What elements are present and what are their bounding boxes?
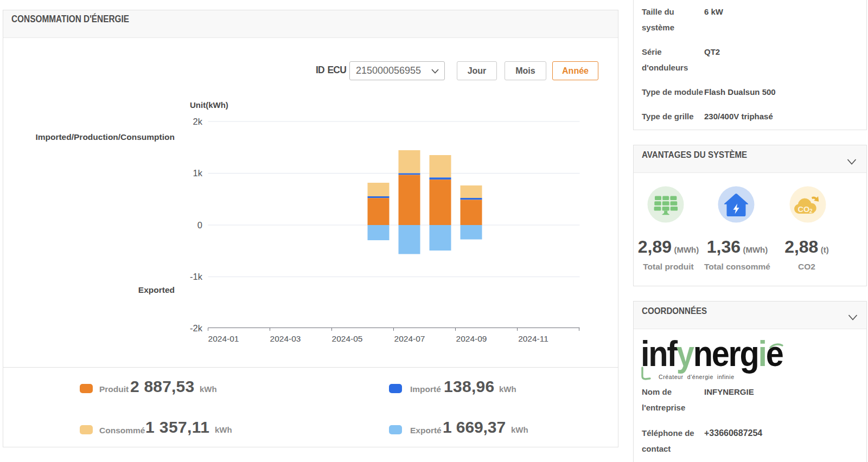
- svg-text:2: 2: [809, 208, 813, 214]
- svg-text:CO: CO: [798, 205, 810, 214]
